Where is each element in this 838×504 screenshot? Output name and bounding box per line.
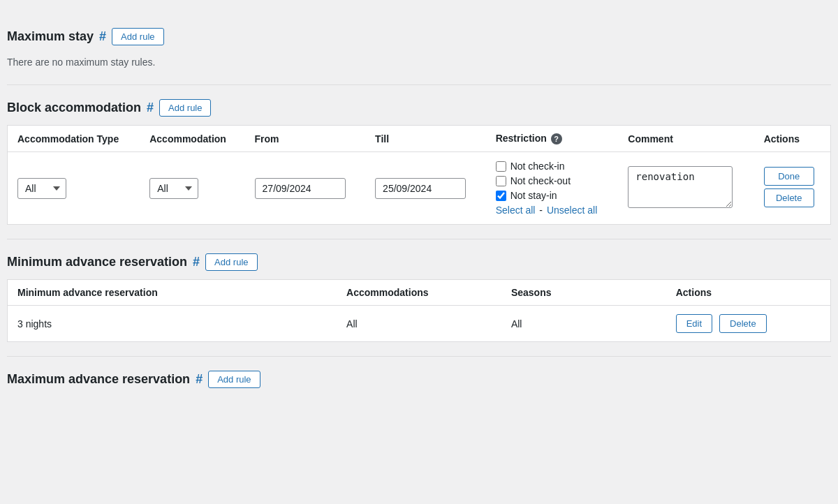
mar-edit-button[interactable]: Edit [676,314,712,333]
xar-title: Maximum advance reservation [7,372,190,387]
mar-row-actions: Edit Delete [676,314,821,333]
minimum-advance-reservation-section: Minimum advance reservation # Add rule M… [7,239,831,357]
maximum-advance-reservation-section: Maximum advance reservation # Add rule [7,357,831,410]
mar-actions-cell: Edit Delete [666,306,831,342]
not-stay-in-row: Not stay-in [496,190,609,201]
xar-header: Maximum advance reservation # Add rule [7,371,831,388]
mar-header: Minimum advance reservation # Add rule [7,253,831,271]
not-check-out-checkbox[interactable] [496,176,506,186]
mar-col-header-seasons: Seasons [501,280,666,306]
mar-add-rule-button[interactable]: Add rule [205,253,257,271]
maximum-stay-section: Maximum stay # Add rule There are no max… [7,14,831,85]
accommodation-cell: All [140,152,244,225]
select-all-link[interactable]: Select all [496,205,536,216]
block-accommodation-title: Block accommodation [7,101,141,115]
from-date-input[interactable] [255,178,346,199]
block-accommodation-add-rule-button[interactable]: Add rule [159,99,211,117]
table-row: 3 nights All All Edit Delete [8,306,831,342]
col-header-accommodation-type: Accommodation Type [8,126,140,152]
mar-col-header-accommodations: Accommodations [337,280,501,306]
till-cell [365,152,486,225]
maximum-stay-header: Maximum stay # Add rule [7,28,831,45]
accommodation-type-select[interactable]: All [17,178,66,199]
mar-accommodations-cell: All [337,306,501,342]
block-accommodation-header: Block accommodation # Add rule [7,99,831,117]
mar-delete-button[interactable]: Delete [719,314,767,333]
col-header-accommodation: Accommodation [140,126,244,152]
comment-textarea[interactable]: renovation [628,166,733,208]
mar-nights-cell: 3 nights [8,306,337,342]
block-accommodation-hash: # [147,101,154,115]
maximum-stay-add-rule-button[interactable]: Add rule [112,28,163,45]
accommodation-type-cell: All [8,152,140,225]
table-row: All All [8,152,831,225]
mar-table: Minimum advance reservation Accommodatio… [7,279,831,342]
comment-cell: renovation [618,152,754,225]
not-check-out-row: Not check-out [496,175,609,186]
xar-hash: # [196,372,203,387]
page-container: Maximum stay # Add rule There are no max… [0,14,838,410]
till-date-input[interactable] [375,178,466,199]
block-accommodation-table: Accommodation Type Accommodation From Ti… [7,125,831,225]
mar-col-header-actions: Actions [666,280,831,306]
maximum-stay-hash: # [99,29,106,44]
maximum-stay-no-rules: There are no maximum stay rules. [7,54,831,71]
not-check-in-label: Not check-in [510,161,565,172]
col-header-comment: Comment [618,126,754,152]
not-check-in-checkbox[interactable] [496,161,506,172]
delete-button[interactable]: Delete [764,188,814,207]
mar-title: Minimum advance reservation [7,255,187,269]
mar-seasons-cell: All [501,306,666,342]
maximum-stay-title: Maximum stay [7,29,94,44]
unselect-all-link[interactable]: Unselect all [547,205,597,216]
xar-add-rule-button[interactable]: Add rule [208,371,260,388]
accommodation-select[interactable]: All [149,178,198,199]
col-header-restriction: Restriction ? [486,126,619,152]
not-stay-in-checkbox[interactable] [496,191,506,201]
row-actions: Done Delete [764,167,821,210]
col-header-from: From [245,126,366,152]
col-header-actions: Actions [754,126,831,152]
col-header-till: Till [365,126,486,152]
mar-hash: # [193,255,200,269]
mar-col-header-rule: Minimum advance reservation [8,280,337,306]
done-button[interactable]: Done [764,167,814,186]
from-cell [245,152,366,225]
restriction-cell: Not check-in Not check-out Not stay-in S… [486,152,619,225]
not-check-in-row: Not check-in [496,161,609,172]
not-stay-in-label: Not stay-in [510,190,557,201]
select-links-container: Select all - Unselect all [496,205,609,216]
actions-cell: Done Delete [754,152,831,225]
block-accommodation-section: Block accommodation # Add rule Accommoda… [7,85,831,239]
link-separator: - [539,205,545,216]
not-check-out-label: Not check-out [510,175,571,186]
restriction-help-icon: ? [551,133,562,144]
